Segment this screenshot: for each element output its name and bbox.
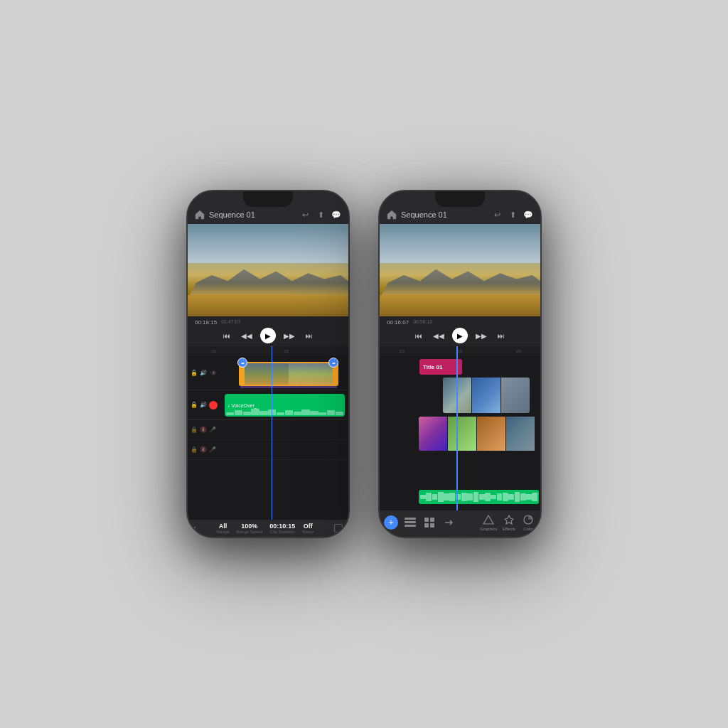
effects-icon bbox=[503, 513, 515, 526]
header-actions: ↩ ⬆ 💬 bbox=[300, 210, 341, 220]
muted-track-1: 🔒 🔇 🎤 bbox=[188, 420, 348, 440]
effects-btn[interactable]: Effects bbox=[501, 513, 516, 531]
audio-track-content[interactable]: ♪ VoiceOver_ bbox=[225, 390, 348, 419]
share-icon[interactable]: ⬆ bbox=[316, 210, 326, 220]
ramp-label: Ramp bbox=[302, 530, 314, 534]
range-value: All bbox=[219, 523, 228, 530]
speaker-icon-3: 🔇 bbox=[200, 427, 207, 433]
step-fwd-btn-2[interactable]: ▶▶ bbox=[475, 329, 488, 342]
bottom-toolbar-2: + bbox=[380, 510, 540, 537]
ruler-mark-20-2: 20 bbox=[504, 349, 533, 353]
clip-handle-left[interactable]: ⬌ bbox=[237, 358, 247, 368]
ruler-mark-blank bbox=[232, 349, 269, 353]
speaker-icon-2[interactable]: 🔊 bbox=[200, 402, 207, 408]
muted-track-controls-1: 🔒 🔇 🎤 bbox=[188, 427, 225, 433]
skip-fwd-btn-2[interactable]: ⏭ bbox=[495, 329, 508, 342]
timecode-sub: 01:47:07 bbox=[221, 319, 240, 326]
video-track-controls: 🔓 🔊 👁 bbox=[188, 369, 225, 378]
step-back-btn[interactable]: ◀◀ bbox=[240, 329, 253, 342]
lock-icon-3: 🔒 bbox=[191, 427, 198, 433]
color-icon bbox=[522, 513, 535, 526]
bottom-values: All Range 100% Range Speed 00:10:15 Clip… bbox=[202, 523, 328, 534]
home-icon[interactable] bbox=[195, 210, 205, 220]
svg-marker-7 bbox=[483, 515, 493, 524]
waveform-inline bbox=[419, 490, 539, 504]
ruler-mark-10-2: :10 bbox=[387, 349, 416, 353]
skip-back-btn[interactable]: ⏮ bbox=[220, 329, 233, 342]
color-btn[interactable]: Color bbox=[521, 513, 536, 531]
ruler-marks: :10 20 bbox=[195, 349, 341, 353]
add-clip-button[interactable]: + bbox=[384, 515, 398, 530]
audio-track-row: 🔓 🔊 ♪ VoiceOver_ bbox=[188, 390, 348, 420]
clip-handle-right[interactable]: ⬌ bbox=[328, 358, 338, 368]
sub-clip-bar bbox=[240, 386, 337, 388]
ramp-group[interactable]: Off Ramp bbox=[302, 523, 314, 534]
chat-icon-2[interactable]: 💬 bbox=[523, 210, 533, 220]
audio-track-controls: 🔓 🔊 bbox=[188, 401, 225, 410]
audio-waveform-track[interactable] bbox=[380, 489, 540, 505]
play-btn-2[interactable]: ▶ bbox=[452, 328, 468, 343]
video-preview bbox=[188, 224, 348, 316]
lock-icon-1[interactable]: 🔓 bbox=[191, 370, 198, 376]
sky-layer-2 bbox=[380, 228, 540, 263]
music-note-icon: ♪ bbox=[228, 403, 230, 408]
video-track-row-2 bbox=[418, 378, 540, 414]
timeline-area-2[interactable]: Title 01 bbox=[380, 356, 540, 510]
chat-icon[interactable]: 💬 bbox=[331, 210, 341, 220]
svg-rect-4 bbox=[430, 518, 434, 522]
step-back-btn-2[interactable]: ◀◀ bbox=[432, 329, 445, 342]
square-icon[interactable] bbox=[334, 524, 343, 532]
thumb-row-1[interactable] bbox=[443, 378, 530, 413]
transport-bar-2: 00:16:07 00:58:10 ⏮ ◀◀ ▶ ▶▶ ⏭ bbox=[380, 316, 540, 346]
undo-icon-2[interactable]: ↩ bbox=[492, 210, 502, 220]
eye-icon[interactable]: 👁 bbox=[209, 369, 218, 378]
clip-duration-group[interactable]: 00:10:15 Clip Duration bbox=[269, 523, 295, 534]
color-label: Color bbox=[523, 527, 533, 531]
clips-btn[interactable] bbox=[422, 516, 437, 529]
thumb-cell-2 bbox=[472, 378, 500, 413]
video-track-content[interactable]: ⬌ ⬌ bbox=[225, 356, 348, 390]
range-speed-group[interactable]: 100% Range Speed bbox=[236, 523, 262, 534]
sequence-title-2: Sequence 01 bbox=[401, 210, 488, 219]
header-actions-2: ↩ ⬆ 💬 bbox=[492, 210, 533, 220]
speaker-icon-1[interactable]: 🔊 bbox=[200, 370, 207, 376]
timeline-ruler-2: :10 15 20 bbox=[380, 346, 540, 356]
graphics-btn[interactable]: Graphics bbox=[480, 513, 497, 531]
phone-2: Sequence 01 ↩ ⬆ 💬 00:16:07 00:58:10 bbox=[378, 190, 542, 538]
waveform bbox=[225, 408, 345, 415]
muted-track-controls-2: 🔒 🔇 🎤 bbox=[188, 446, 225, 453]
header-bar-2: Sequence 01 ↩ ⬆ 💬 bbox=[380, 191, 540, 224]
voiceover-label: VoiceOver_ bbox=[232, 403, 257, 408]
range-group[interactable]: All Range bbox=[217, 523, 230, 534]
track-btn[interactable] bbox=[402, 516, 417, 529]
phone-2-screen: Sequence 01 ↩ ⬆ 💬 00:16:07 00:58:10 bbox=[380, 191, 540, 537]
clip-duration-value: 00:10:15 bbox=[269, 523, 295, 530]
home-icon-2[interactable] bbox=[387, 210, 397, 220]
title-clip-label: Title 01 bbox=[423, 364, 442, 370]
insert-btn[interactable] bbox=[441, 516, 456, 529]
play-btn[interactable]: ▶ bbox=[260, 328, 276, 343]
timecode-main-2: 00:16:07 bbox=[387, 319, 409, 326]
thumb-cell-4 bbox=[419, 417, 447, 451]
voiceover-clip[interactable]: ♪ VoiceOver_ bbox=[225, 394, 345, 417]
chevron-left-icon[interactable]: ‹ bbox=[193, 523, 196, 533]
timeline-playhead bbox=[272, 356, 273, 520]
skip-back-btn-2[interactable]: ⏮ bbox=[412, 329, 425, 342]
insert-icon bbox=[442, 516, 455, 529]
share-icon-2[interactable]: ⬆ bbox=[508, 210, 518, 220]
record-button[interactable] bbox=[209, 401, 218, 410]
phone-1-shell: Sequence 01 ↩ ⬆ 💬 00:18:15 01:47:07 bbox=[186, 190, 350, 538]
ruler-marks-2: :10 15 20 bbox=[387, 349, 533, 353]
skip-fwd-btn[interactable]: ⏭ bbox=[303, 329, 316, 342]
video-clip[interactable] bbox=[239, 362, 338, 386]
thumb-row-2[interactable] bbox=[419, 417, 540, 451]
ruler-mark-blank-3 bbox=[475, 349, 504, 353]
timeline-ruler: :10 20 bbox=[188, 346, 348, 356]
title-01-clip[interactable]: Title 01 bbox=[419, 359, 462, 375]
timeline-area[interactable]: 🔓 🔊 👁 ⬌ ⬌ bbox=[188, 356, 348, 520]
step-fwd-btn[interactable]: ▶▶ bbox=[283, 329, 296, 342]
transport-controls: ⏮ ◀◀ ▶ ▶▶ ⏭ bbox=[195, 328, 341, 343]
audio-waveform-full[interactable] bbox=[419, 490, 539, 504]
undo-icon[interactable]: ↩ bbox=[300, 210, 310, 220]
lock-icon-2[interactable]: 🔓 bbox=[191, 402, 198, 408]
